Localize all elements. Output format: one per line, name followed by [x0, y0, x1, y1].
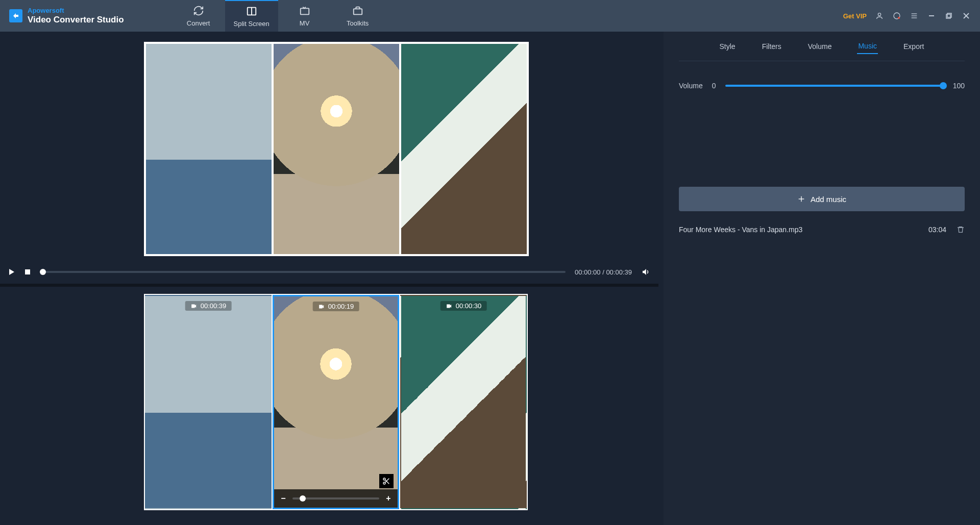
side-tab-filters[interactable]: Filters — [761, 39, 782, 54]
refresh-icon — [193, 5, 204, 16]
video-icon — [318, 304, 325, 310]
preview-pane-2[interactable] — [274, 44, 399, 254]
svg-point-6 — [898, 17, 900, 19]
side-tabs: Style Filters Volume Music Export — [679, 32, 965, 61]
playback-bar: 00:00:00 / 00:00:39 — [0, 260, 658, 284]
zoom-knob[interactable] — [300, 495, 306, 502]
tab-mv[interactable]: MV — [278, 0, 331, 32]
svg-point-17 — [383, 478, 385, 480]
side-tab-music[interactable]: Music — [857, 39, 878, 54]
tab-convert[interactable]: Convert — [172, 0, 225, 32]
play-button[interactable] — [8, 268, 15, 276]
volume-slider[interactable] — [725, 85, 944, 87]
logo-area: Apowersoft Video Converter Studio — [0, 7, 131, 24]
volume-max: 100 — [953, 82, 965, 90]
add-music-label: Add music — [811, 195, 846, 204]
split-screen-icon — [246, 6, 257, 17]
clip-2-duration-badge: 00:00:19 — [313, 302, 359, 311]
preview-area — [0, 32, 658, 256]
window-controls: Get VIP — [843, 11, 980, 20]
get-vip-link[interactable]: Get VIP — [843, 12, 867, 20]
scissors-icon — [382, 477, 390, 485]
app-logo-icon — [9, 9, 22, 22]
add-music-button[interactable]: Add music — [679, 187, 965, 211]
toolbox-icon — [352, 5, 363, 16]
preview-frame — [144, 42, 529, 256]
music-volume-row: Volume 0 100 — [679, 82, 965, 90]
video-icon — [190, 303, 198, 309]
current-time: 00:00:00 — [575, 268, 601, 276]
progress-knob[interactable] — [40, 269, 46, 275]
plus-icon — [797, 195, 805, 203]
svg-rect-3 — [353, 9, 362, 14]
clip-3-duration: 00:00:30 — [456, 302, 482, 310]
tab-convert-label: Convert — [187, 19, 210, 27]
menu-icon[interactable] — [910, 11, 919, 20]
side-tab-export[interactable]: Export — [902, 39, 925, 54]
total-time: 00:00:39 — [606, 268, 632, 276]
track-name: Four More Weeks - Vans in Japan.mp3 — [679, 226, 928, 234]
side-tab-volume[interactable]: Volume — [807, 39, 833, 54]
time-display: 00:00:00 / 00:00:39 — [575, 268, 632, 276]
brand-top: Apowersoft — [28, 7, 124, 15]
clip-2[interactable]: 00:00:19 − + — [273, 295, 399, 509]
cut-button[interactable] — [379, 474, 394, 488]
svg-point-4 — [878, 13, 880, 16]
clip-2-duration: 00:00:19 — [328, 303, 354, 310]
svg-marker-15 — [9, 269, 14, 275]
tab-split-screen-label: Split Screen — [234, 20, 270, 28]
zoom-slider[interactable] — [292, 497, 379, 499]
mv-icon — [299, 5, 310, 16]
notification-icon[interactable] — [892, 11, 901, 20]
svg-rect-11 — [946, 14, 950, 18]
maximize-button[interactable] — [944, 11, 953, 20]
svg-point-18 — [383, 482, 385, 484]
side-tab-style[interactable]: Style — [719, 39, 737, 54]
clip-1[interactable]: 00:00:39 — [145, 295, 272, 509]
stop-button[interactable] — [24, 269, 31, 275]
user-icon[interactable] — [875, 11, 884, 20]
svg-rect-12 — [947, 13, 951, 17]
workspace: 00:00:00 / 00:00:39 00:00:39 00:00:19 — [0, 32, 980, 525]
preview-pane-1[interactable] — [146, 44, 272, 254]
clips-area: 00:00:39 00:00:19 − — [0, 287, 658, 510]
close-button[interactable] — [962, 11, 971, 20]
clip-3-duration-badge: 00:00:30 — [440, 301, 487, 311]
zoom-out-button[interactable]: − — [279, 494, 287, 503]
tab-toolkits-label: Toolkits — [347, 19, 369, 27]
preview-pane-3[interactable] — [401, 44, 527, 254]
clip-3[interactable]: 00:00:30 — [400, 295, 527, 509]
delete-track-button[interactable] — [957, 226, 965, 234]
zoom-in-button[interactable]: + — [384, 494, 393, 503]
svg-rect-16 — [25, 269, 30, 274]
brand-bottom: Video Converter Studio — [28, 15, 124, 25]
titlebar: Apowersoft Video Converter Studio Conver… — [0, 0, 980, 32]
clip-zoom-bar: − + — [274, 489, 398, 508]
minimize-button[interactable] — [927, 11, 936, 20]
clips-frame: 00:00:39 00:00:19 − — [144, 294, 528, 510]
volume-icon[interactable] — [641, 267, 650, 277]
volume-knob[interactable] — [940, 82, 947, 89]
volume-label: Volume — [679, 82, 703, 90]
progress-bar[interactable] — [40, 271, 566, 273]
video-icon — [446, 303, 453, 309]
clip-1-duration: 00:00:39 — [201, 302, 227, 310]
music-track-row[interactable]: Four More Weeks - Vans in Japan.mp3 03:0… — [679, 226, 965, 234]
right-panel: Style Filters Volume Music Export Volume… — [664, 32, 980, 525]
tab-split-screen[interactable]: Split Screen — [225, 0, 278, 32]
trash-icon — [957, 226, 965, 234]
tab-mv-label: MV — [300, 19, 310, 27]
brand-text: Apowersoft Video Converter Studio — [28, 7, 124, 24]
svg-rect-2 — [300, 8, 309, 14]
volume-min: 0 — [712, 82, 716, 90]
clip-1-duration-badge: 00:00:39 — [185, 301, 232, 311]
track-duration: 03:04 — [928, 226, 946, 234]
tab-toolkits[interactable]: Toolkits — [331, 0, 384, 32]
left-panel: 00:00:00 / 00:00:39 00:00:39 00:00:19 — [0, 32, 664, 525]
main-tabs: Convert Split Screen MV Toolkits — [172, 0, 384, 32]
